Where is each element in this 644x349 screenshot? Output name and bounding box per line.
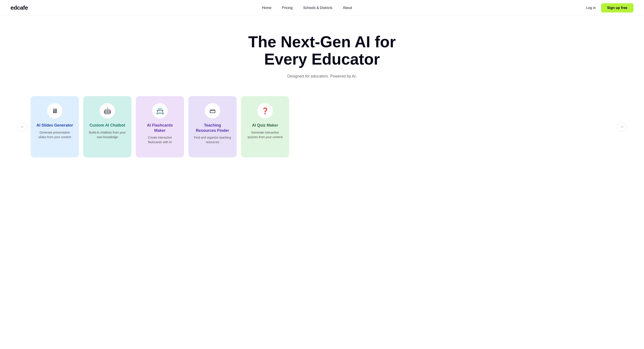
card-title-slides: AI Slides Generator — [36, 123, 73, 128]
nav-links: Home Pricing Schools & Districts About — [262, 6, 352, 10]
carousel-next-button[interactable]: → — [617, 122, 626, 132]
chatbot-icon: 🤖 — [104, 107, 111, 114]
carousel-prev-button[interactable]: ← — [18, 122, 27, 132]
card-title-chatbot: Custom AI Chatbot — [90, 123, 125, 128]
nav-schools[interactable]: Schools & Districts — [303, 6, 332, 10]
card-desc-flashcards: Create interactive flashcards with AI — [141, 135, 179, 144]
nav-pricing[interactable]: Pricing — [282, 6, 293, 10]
resources-icon: 🗃 — [210, 107, 216, 114]
arrow-right-icon: → — [620, 125, 624, 129]
brand-logo[interactable]: edcafe — [10, 4, 28, 11]
card-chatbot[interactable]: 🤖 Custom AI Chatbot Build AI chatbots fr… — [83, 96, 132, 157]
slides-icon: 🖥 — [52, 107, 58, 114]
arrow-left-icon: ← — [20, 125, 24, 129]
cards-container: 🖥 AI Slides Generator Generate presentat… — [31, 96, 613, 157]
login-link[interactable]: Log in — [586, 6, 596, 10]
card-desc-quiz: Generate interactive quizzes from your c… — [246, 130, 284, 139]
card-flashcards[interactable]: 📇 AI Flashcards Maker Create interactive… — [136, 96, 184, 157]
card-desc-slides: Generate presentation slides from your c… — [36, 130, 74, 139]
card-icon-wrapper-resources: 🗃 — [205, 103, 220, 118]
nav-about[interactable]: About — [343, 6, 352, 10]
hero-section: The Next-Gen AI for Every Educator Desig… — [0, 16, 644, 92]
card-quiz[interactable]: ❓ AI Quiz Maker Generate interactive qui… — [241, 96, 289, 157]
card-slides[interactable]: 🖥 AI Slides Generator Generate presentat… — [31, 96, 79, 157]
card-icon-wrapper-slides: 🖥 — [47, 103, 62, 118]
flashcards-icon: 📇 — [156, 107, 164, 114]
navbar: edcafe Home Pricing Schools & Districts … — [0, 0, 644, 16]
signup-button[interactable]: Sign up free — [601, 3, 634, 12]
card-desc-resources: Find and organize teaching resources — [194, 135, 231, 144]
quiz-icon: ❓ — [261, 107, 269, 114]
card-title-resources: Teaching Resources Finder — [194, 123, 231, 133]
hero-title: The Next-Gen AI for Every Educator — [234, 33, 410, 68]
card-icon-wrapper-chatbot: 🤖 — [100, 103, 115, 118]
card-title-quiz: AI Quiz Maker — [252, 123, 278, 128]
card-icon-wrapper-quiz: ❓ — [258, 103, 273, 118]
cards-section: ← 🖥 AI Slides Generator Generate present… — [0, 92, 644, 171]
card-desc-chatbot: Build AI chatbots from your own knowledg… — [88, 130, 126, 139]
card-title-flashcards: AI Flashcards Maker — [141, 123, 179, 133]
card-icon-wrapper-flashcards: 📇 — [152, 103, 168, 118]
navbar-actions: Log in Sign up free — [586, 3, 634, 12]
nav-home[interactable]: Home — [262, 6, 272, 10]
hero-subtitle: Designed for educators. Powered by AI. — [10, 74, 634, 79]
card-resources[interactable]: 🗃 Teaching Resources Finder Find and org… — [188, 96, 236, 157]
